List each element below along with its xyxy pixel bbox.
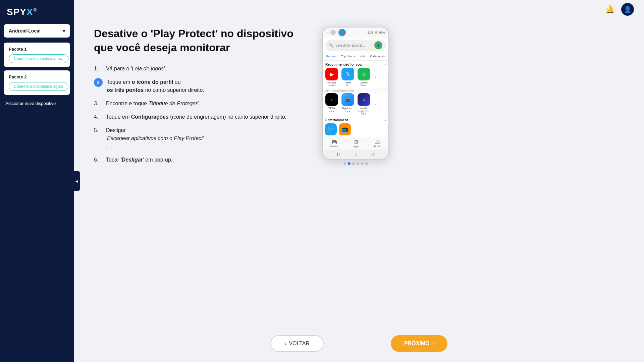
voltar-button[interactable]: ‹ VOLTAR <box>270 335 324 352</box>
home-bar-recents-icon[interactable]: ◁ <box>371 152 375 157</box>
voltar-label: VOLTAR <box>289 341 310 347</box>
proximo-button[interactable]: PRÓXIMO › <box>391 335 447 352</box>
app-youtube[interactable]: ▶ YouTube Installed <box>325 68 339 86</box>
twitter-sub: 1k+ <box>346 84 350 86</box>
step-4: 4. Toque em Configurações (ícone de engr… <box>94 113 295 121</box>
sidebar: SPYX° Android-Local ▾ Pacote 1 Conecte o… <box>0 0 74 362</box>
dot-1[interactable] <box>343 162 346 165</box>
profile-icon: 👤 <box>376 44 380 47</box>
recommended-header: Recommended for you › <box>323 61 388 68</box>
ml-icon: ⚔ <box>358 93 370 106</box>
ml-sub: 0.0 ★ <box>361 113 366 115</box>
dot-5[interactable] <box>361 162 364 165</box>
device-selector[interactable]: Android-Local ▾ <box>4 24 70 38</box>
nav-books-label: Books <box>374 145 381 147</box>
connect-device-1-button[interactable]: Conecte o dispositivo agora <box>9 54 68 63</box>
dot-6[interactable] <box>365 162 368 165</box>
bottom-buttons: ‹ VOLTAR PRÓXIMO › <box>74 335 644 352</box>
phone-mockup: ← 9:37 🔋 92% 🔍 Search for apps &... <box>322 27 389 168</box>
phone-profile-btn[interactable]: 👤 <box>374 41 382 49</box>
dot-3[interactable] <box>352 162 355 165</box>
phone-tabs: For you Top charts Kids Categories <box>323 53 388 61</box>
nav-games[interactable]: 🎮 Games <box>330 139 338 147</box>
home-bar-home-icon[interactable]: ○ <box>355 152 357 157</box>
tab-top-charts[interactable]: Top charts <box>340 53 357 60</box>
step-2-text: Toque em o ícone do perfil ou os três po… <box>107 78 295 94</box>
add-device-link[interactable]: Adicionar novo dispositivo <box>4 98 70 109</box>
logo: SPYX° <box>7 7 37 17</box>
proximo-chevron-icon: › <box>432 341 434 347</box>
app-bigo[interactable]: 🎬 Bigo Live... 4.3 ★ <box>341 93 355 115</box>
phone-battery: 🔋 <box>374 31 378 34</box>
phone-back-btn <box>330 30 336 35</box>
connect-device-2-button[interactable]: Conecte o dispositivo agora <box>9 82 68 91</box>
step-3-num: 3. <box>94 100 102 108</box>
step-6-num: 6. <box>94 156 102 164</box>
voltar-chevron-icon: ‹ <box>284 341 286 347</box>
games-icon: 🎮 <box>331 139 337 144</box>
bigo-sub: 4.3 ★ <box>345 110 350 112</box>
tiktok-icon: ♪ <box>325 93 338 106</box>
step-list: 1. Vá para o 'Loja de jogos'. 2 Toque em… <box>94 65 295 164</box>
app-ml[interactable]: ⚔ Mobile Legends... 0.0 ★ <box>357 93 371 115</box>
logo-x: X <box>26 7 33 17</box>
tab-for-you[interactable]: For you <box>325 53 338 60</box>
step-2: 2 Toque em o ícone do perfil ou os três … <box>94 78 295 94</box>
step-1-text: Vá para o 'Loja de jogos'. <box>106 65 295 73</box>
package-2-title: Pacote 2 <box>9 74 65 79</box>
step-6-text: Tocar 'Desligar' em pop-up. <box>106 156 295 164</box>
dot-4[interactable] <box>357 162 359 165</box>
app-spotify[interactable]: ♫ Spotify Music... <box>357 68 371 86</box>
chevron-down-icon: ▾ <box>63 28 65 34</box>
step-5: 5. Desligar 'Escanear aplicativos com o … <box>94 126 295 150</box>
books-icon: 📖 <box>375 139 380 144</box>
step-1: 1. Vá para o 'Loja de jogos'. <box>94 65 295 73</box>
phone-screen: ← 9:37 🔋 92% 🔍 Search for apps &... <box>322 27 389 160</box>
phone-search-bar[interactable]: 🔍 Search for apps &... 👤 <box>325 40 386 51</box>
step-2-circle: 2 <box>94 78 103 87</box>
proximo-label: PRÓXIMO <box>404 341 430 347</box>
ent-app-1-icon[interactable]: 🐦 <box>325 123 337 135</box>
tab-kids[interactable]: Kids <box>358 53 367 60</box>
spotify-icon: ♫ <box>358 68 370 80</box>
spotify-sub: Music... <box>361 84 368 86</box>
ent-app-2-icon[interactable]: 📺 <box>339 123 351 135</box>
twitter-name: Twitter <box>344 81 352 84</box>
spotify-name: Spotify <box>360 81 367 84</box>
twitter-icon: 𝕏 <box>341 68 354 80</box>
suggested-overflow-arrow: › <box>373 93 378 115</box>
phone-status-left: ← <box>326 29 346 36</box>
dot-2[interactable] <box>348 162 351 165</box>
phone-signal-pct: 92% <box>379 31 385 34</box>
nav-games-label: Games <box>330 145 338 147</box>
step-1-num: 1. <box>94 65 102 73</box>
play-store-icon <box>338 29 346 36</box>
bigo-icon: 🎬 <box>341 93 354 106</box>
home-bar-back-icon[interactable]: ⏸ <box>336 152 341 157</box>
phone-home-bar: ⏸ ○ ◁ <box>323 149 388 159</box>
recommended-arrow-icon[interactable]: › <box>385 63 386 66</box>
step-6: 6. Tocar 'Desligar' em pop-up. <box>94 156 295 164</box>
step-4-num: 4. <box>94 113 102 121</box>
nav-apps[interactable]: ⊞ Apps <box>354 139 359 147</box>
phone-time: 9:37 <box>367 31 373 34</box>
bigo-name: Bigo Live... <box>342 107 354 110</box>
entertainment-label: Entertainment <box>325 118 348 122</box>
step-5-text: Desligar 'Escanear aplicativos com o Pla… <box>106 126 295 150</box>
entertainment-apps: 🐦 📺 › <box>323 123 388 137</box>
recommended-label: Recommended for you <box>325 63 362 66</box>
app-tiktok[interactable]: ♪ TikTok 4.4 ★ <box>325 93 339 115</box>
phone-bottom-nav: 🎮 Games ⊞ Apps 📖 Books <box>323 137 388 149</box>
apps-icon: ⊞ <box>354 139 358 144</box>
app-twitter[interactable]: 𝕏 Twitter 1k+ <box>341 68 355 86</box>
tiktok-sub: 4.4 ★ <box>329 110 334 112</box>
entertainment-arrow-icon[interactable]: › <box>385 118 386 122</box>
device-selector-label: Android-Local <box>9 28 41 34</box>
nav-books[interactable]: 📖 Books <box>374 139 381 147</box>
ent-overflow-icon: › <box>354 123 356 135</box>
package-1-title: Pacote 1 <box>9 47 65 52</box>
package-1-card: Pacote 1 Conecte o dispositivo agora <box>4 43 70 67</box>
recommended-apps-grid: ▶ YouTube Installed 𝕏 Twitter 1k+ <box>323 68 388 88</box>
tab-categories[interactable]: Categories <box>369 53 386 60</box>
step-5-num: 5. <box>94 126 102 134</box>
